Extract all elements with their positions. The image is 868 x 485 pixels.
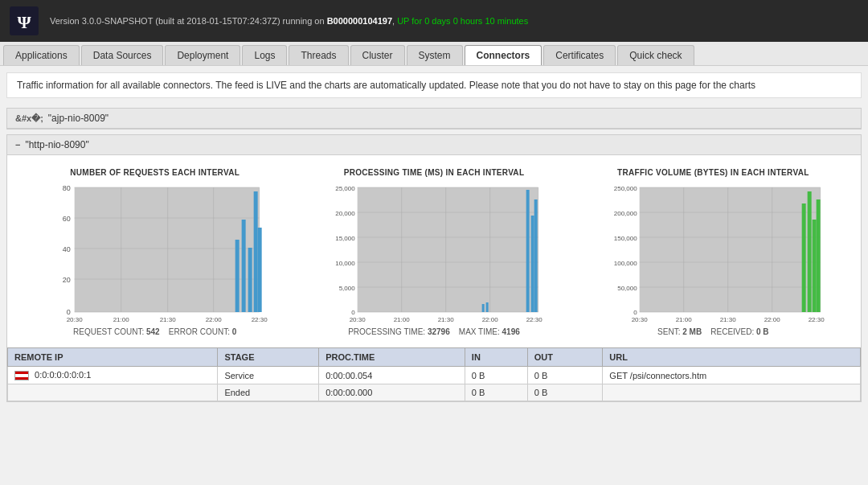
svg-text:21:00: 21:00 — [113, 316, 130, 323]
svg-rect-49 — [482, 304, 485, 312]
svg-text:0: 0 — [352, 309, 356, 316]
svg-text:25,000: 25,000 — [336, 185, 356, 192]
chart-requests-area: 80 60 40 20 0 20:30 21:00 21:30 22:00 22… — [23, 183, 286, 324]
svg-rect-2 — [75, 187, 260, 312]
cell-in: 0 B — [465, 384, 527, 401]
cell-url: GET /psi/connectors.htm — [603, 367, 861, 384]
tab-quick-check[interactable]: Quick check — [617, 45, 694, 65]
tab-system[interactable]: System — [407, 45, 463, 65]
connector-ajp-name: "ajp-nio-8009" — [48, 113, 108, 124]
chart-requests: NUMBER OF REQUESTS EACH INTERVAL — [23, 168, 286, 336]
connector-http-header[interactable]: − "http-nio-8090" — [7, 135, 861, 155]
app-header: Ψ Version 3.0.0-SNAPSHOT (built at 2018-… — [0, 0, 868, 42]
svg-rect-54 — [639, 187, 820, 312]
svg-text:20:30: 20:30 — [67, 316, 84, 323]
tab-data-sources[interactable]: Data Sources — [81, 45, 164, 65]
cell-proc-time: 0:00:00.054 — [319, 367, 465, 384]
svg-rect-24 — [248, 248, 252, 312]
svg-text:10,000: 10,000 — [336, 260, 356, 267]
toggle-collapse-icon: − — [15, 140, 20, 150]
connector-ajp: &#x�; "ajp-nio-8009" — [6, 108, 862, 129]
table-row: 0:0:0:0:0:0:0:1 Service 0:00:00.054 0 B … — [8, 367, 861, 384]
info-banner: Traffic information for all available co… — [6, 72, 862, 98]
svg-rect-26 — [258, 228, 262, 312]
svg-rect-22 — [235, 240, 240, 312]
svg-text:150,000: 150,000 — [613, 235, 637, 242]
chart-processing: PROCESSING TIME (MS) IN EACH INTERVAL — [302, 168, 565, 336]
svg-rect-51 — [526, 190, 530, 312]
app-logo: Ψ — [8, 5, 40, 37]
tab-certificates[interactable]: Certificates — [543, 45, 616, 65]
svg-text:80: 80 — [63, 184, 71, 192]
svg-text:22:00: 22:00 — [764, 316, 780, 323]
svg-text:22:30: 22:30 — [526, 316, 543, 323]
svg-text:0: 0 — [633, 309, 637, 316]
tab-threads[interactable]: Threads — [289, 45, 348, 65]
col-in: IN — [465, 348, 527, 367]
svg-text:22:30: 22:30 — [252, 316, 268, 323]
svg-text:21:00: 21:00 — [675, 316, 692, 323]
svg-rect-52 — [531, 216, 534, 312]
svg-text:40: 40 — [63, 245, 71, 253]
cell-proc-time: 0:00:00.000 — [319, 384, 465, 401]
cell-out: 0 B — [527, 384, 603, 401]
chart-traffic: TRAFFIC VOLUME (BYTES) IN EACH INTERVAL — [582, 168, 845, 336]
connector-http: − "http-nio-8090" NUMBER OF REQUESTS EAC… — [6, 134, 862, 402]
svg-text:250,000: 250,000 — [613, 185, 637, 192]
svg-text:15,000: 15,000 — [336, 235, 356, 242]
svg-text:22:00: 22:00 — [482, 316, 499, 323]
table-row: Ended 0:00:00.000 0 B 0 B — [8, 384, 861, 401]
connector-ajp-header[interactable]: &#x�; "ajp-nio-8009" — [7, 109, 861, 129]
tab-cluster[interactable]: Cluster — [350, 45, 405, 65]
chart-processing-area: 25,000 20,000 15,000 10,000 5,000 0 20:3… — [302, 183, 565, 324]
svg-text:20: 20 — [63, 276, 71, 284]
col-out: OUT — [527, 348, 603, 367]
svg-rect-25 — [254, 191, 258, 312]
svg-text:21:30: 21:30 — [719, 316, 736, 323]
cell-stage: Service — [218, 367, 319, 384]
chart-requests-stats: REQUEST COUNT: 542 ERROR COUNT: 0 — [73, 327, 236, 336]
col-remote-ip: REMOTE IP — [8, 348, 218, 367]
col-stage: STAGE — [218, 348, 319, 367]
navigation-tabs: Applications Data Sources Deployment Log… — [0, 42, 868, 66]
server-id: B000000104197 — [327, 16, 392, 26]
main-content: &#x�; "ajp-nio-8009" − "http-nio-8090" N… — [0, 105, 868, 410]
svg-text:5,000: 5,000 — [339, 285, 356, 292]
svg-rect-53 — [534, 199, 538, 312]
svg-text:100,000: 100,000 — [613, 260, 637, 267]
svg-text:22:00: 22:00 — [206, 316, 223, 323]
toggle-expand-icon: &#x�; — [15, 113, 43, 124]
svg-rect-27 — [358, 187, 538, 312]
svg-text:50,000: 50,000 — [617, 285, 637, 292]
chart-processing-title: PROCESSING TIME (MS) IN EACH INTERVAL — [344, 168, 525, 177]
chart-traffic-area: 250,000 200,000 150,000 100,000 50,000 0… — [582, 183, 845, 324]
tab-logs[interactable]: Logs — [242, 45, 287, 65]
tab-deployment[interactable]: Deployment — [165, 45, 240, 65]
cell-out: 0 B — [527, 367, 603, 384]
chart-processing-stats: PROCESSING TIME: 32796 MAX TIME: 4196 — [348, 327, 520, 336]
svg-text:0: 0 — [67, 308, 71, 316]
chart-traffic-stats: SENT: 2 MB RECEIVED: 0 B — [657, 327, 768, 336]
tab-connectors[interactable]: Connectors — [465, 45, 542, 65]
col-url: URL — [603, 348, 861, 367]
svg-rect-79 — [816, 199, 820, 312]
svg-text:60: 60 — [63, 215, 71, 223]
svg-text:20:30: 20:30 — [350, 316, 366, 323]
svg-text:20,000: 20,000 — [336, 210, 356, 217]
charts-area: NUMBER OF REQUESTS EACH INTERVAL — [7, 155, 861, 343]
connections-table: REMOTE IP STAGE PROC.TIME IN OUT URL 0:0… — [7, 347, 861, 401]
svg-rect-76 — [801, 203, 805, 312]
cell-stage: Ended — [218, 384, 319, 401]
svg-text:21:30: 21:30 — [438, 316, 455, 323]
svg-text:21:30: 21:30 — [160, 316, 177, 323]
svg-text:20:30: 20:30 — [631, 316, 648, 323]
tab-applications[interactable]: Applications — [3, 45, 80, 65]
svg-rect-50 — [486, 302, 489, 312]
flag-icon — [14, 371, 29, 380]
uptime-text: UP for 0 days 0 hours 10 minutes — [397, 16, 528, 26]
svg-text:200,000: 200,000 — [613, 210, 637, 217]
cell-url — [603, 384, 861, 401]
svg-rect-78 — [812, 220, 816, 312]
svg-text:Ψ: Ψ — [17, 12, 31, 32]
connector-http-name: "http-nio-8090" — [25, 139, 88, 150]
